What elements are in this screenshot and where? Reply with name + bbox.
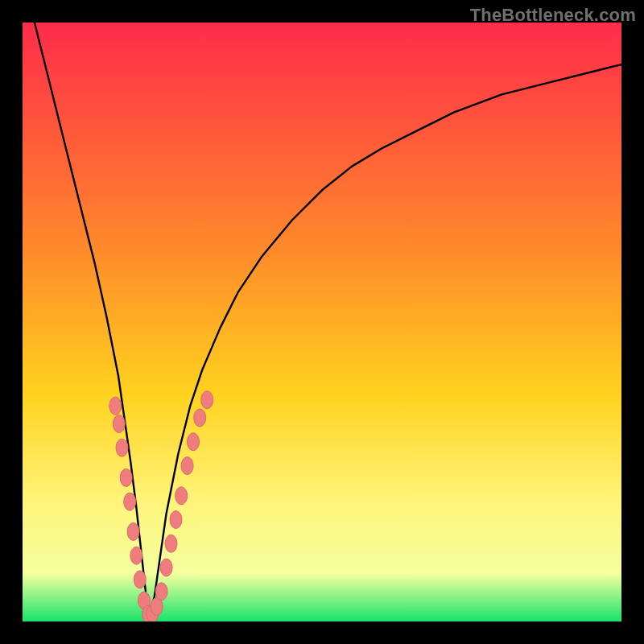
sample-dot bbox=[181, 457, 193, 475]
sample-dot bbox=[155, 583, 167, 601]
gradient-background bbox=[23, 23, 621, 621]
sample-dot bbox=[124, 493, 136, 510]
chart-frame: TheBottleneck.com bbox=[0, 0, 644, 644]
sample-dot bbox=[134, 571, 146, 588]
watermark-text: TheBottleneck.com bbox=[470, 5, 636, 26]
sample-dot bbox=[127, 522, 139, 540]
sample-dot bbox=[113, 415, 125, 433]
bottleneck-plot-svg bbox=[23, 23, 621, 621]
sample-dot bbox=[120, 469, 132, 486]
sample-dot bbox=[201, 391, 213, 409]
plot-area bbox=[23, 23, 621, 621]
sample-dot bbox=[160, 559, 172, 576]
sample-dot bbox=[116, 439, 128, 456]
sample-dot bbox=[109, 397, 122, 415]
sample-dot bbox=[194, 409, 206, 427]
sample-dot bbox=[170, 511, 182, 529]
sample-dot bbox=[165, 535, 177, 552]
sample-dot bbox=[175, 487, 188, 505]
sample-dot bbox=[130, 547, 142, 564]
sample-dot bbox=[188, 433, 200, 451]
